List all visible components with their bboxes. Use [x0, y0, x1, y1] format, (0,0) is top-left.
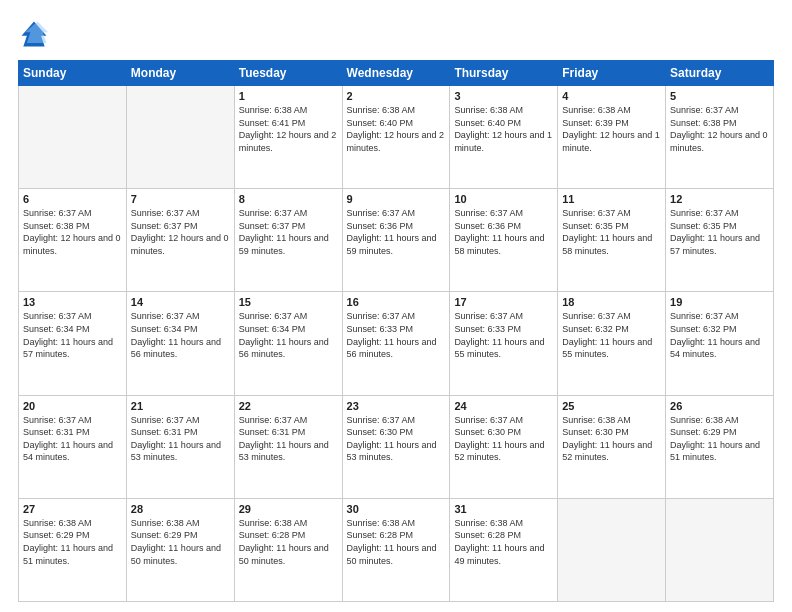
calendar-day-cell: 14Sunrise: 6:37 AM Sunset: 6:34 PM Dayli… [126, 292, 234, 395]
day-number: 21 [131, 400, 230, 412]
calendar-day-cell: 31Sunrise: 6:38 AM Sunset: 6:28 PM Dayli… [450, 498, 558, 601]
calendar-day-cell: 11Sunrise: 6:37 AM Sunset: 6:35 PM Dayli… [558, 189, 666, 292]
day-detail: Sunrise: 6:37 AM Sunset: 6:30 PM Dayligh… [347, 414, 446, 464]
calendar-day-cell: 24Sunrise: 6:37 AM Sunset: 6:30 PM Dayli… [450, 395, 558, 498]
calendar-day-header: Wednesday [342, 61, 450, 86]
page: SundayMondayTuesdayWednesdayThursdayFrid… [0, 0, 792, 612]
day-detail: Sunrise: 6:37 AM Sunset: 6:31 PM Dayligh… [131, 414, 230, 464]
day-number: 27 [23, 503, 122, 515]
calendar-day-cell [666, 498, 774, 601]
calendar-day-cell: 3Sunrise: 6:38 AM Sunset: 6:40 PM Daylig… [450, 86, 558, 189]
calendar-day-cell: 12Sunrise: 6:37 AM Sunset: 6:35 PM Dayli… [666, 189, 774, 292]
calendar-week-row: 6Sunrise: 6:37 AM Sunset: 6:38 PM Daylig… [19, 189, 774, 292]
day-number: 31 [454, 503, 553, 515]
calendar-day-cell [126, 86, 234, 189]
day-detail: Sunrise: 6:37 AM Sunset: 6:33 PM Dayligh… [454, 310, 553, 360]
day-number: 9 [347, 193, 446, 205]
header [18, 18, 774, 50]
calendar-day-cell: 6Sunrise: 6:37 AM Sunset: 6:38 PM Daylig… [19, 189, 127, 292]
day-number: 11 [562, 193, 661, 205]
calendar-day-cell: 1Sunrise: 6:38 AM Sunset: 6:41 PM Daylig… [234, 86, 342, 189]
calendar-table: SundayMondayTuesdayWednesdayThursdayFrid… [18, 60, 774, 602]
calendar-day-header: Tuesday [234, 61, 342, 86]
day-detail: Sunrise: 6:38 AM Sunset: 6:28 PM Dayligh… [454, 517, 553, 567]
calendar-day-header: Sunday [19, 61, 127, 86]
day-detail: Sunrise: 6:37 AM Sunset: 6:32 PM Dayligh… [562, 310, 661, 360]
day-detail: Sunrise: 6:37 AM Sunset: 6:36 PM Dayligh… [347, 207, 446, 257]
day-number: 26 [670, 400, 769, 412]
day-detail: Sunrise: 6:37 AM Sunset: 6:36 PM Dayligh… [454, 207, 553, 257]
day-number: 22 [239, 400, 338, 412]
day-number: 20 [23, 400, 122, 412]
calendar-day-cell: 21Sunrise: 6:37 AM Sunset: 6:31 PM Dayli… [126, 395, 234, 498]
day-number: 5 [670, 90, 769, 102]
calendar-day-cell: 26Sunrise: 6:38 AM Sunset: 6:29 PM Dayli… [666, 395, 774, 498]
calendar-day-cell: 2Sunrise: 6:38 AM Sunset: 6:40 PM Daylig… [342, 86, 450, 189]
calendar-day-cell: 4Sunrise: 6:38 AM Sunset: 6:39 PM Daylig… [558, 86, 666, 189]
day-number: 2 [347, 90, 446, 102]
calendar-week-row: 20Sunrise: 6:37 AM Sunset: 6:31 PM Dayli… [19, 395, 774, 498]
calendar-week-row: 27Sunrise: 6:38 AM Sunset: 6:29 PM Dayli… [19, 498, 774, 601]
day-number: 6 [23, 193, 122, 205]
day-detail: Sunrise: 6:37 AM Sunset: 6:35 PM Dayligh… [670, 207, 769, 257]
day-number: 4 [562, 90, 661, 102]
day-detail: Sunrise: 6:37 AM Sunset: 6:35 PM Dayligh… [562, 207, 661, 257]
calendar-day-cell: 20Sunrise: 6:37 AM Sunset: 6:31 PM Dayli… [19, 395, 127, 498]
calendar-day-cell: 28Sunrise: 6:38 AM Sunset: 6:29 PM Dayli… [126, 498, 234, 601]
calendar-day-header: Friday [558, 61, 666, 86]
logo-icon [18, 18, 50, 50]
calendar-day-cell: 22Sunrise: 6:37 AM Sunset: 6:31 PM Dayli… [234, 395, 342, 498]
day-number: 24 [454, 400, 553, 412]
day-number: 3 [454, 90, 553, 102]
calendar-day-cell: 18Sunrise: 6:37 AM Sunset: 6:32 PM Dayli… [558, 292, 666, 395]
calendar-day-cell: 19Sunrise: 6:37 AM Sunset: 6:32 PM Dayli… [666, 292, 774, 395]
day-number: 23 [347, 400, 446, 412]
day-detail: Sunrise: 6:37 AM Sunset: 6:31 PM Dayligh… [239, 414, 338, 464]
calendar-day-cell: 5Sunrise: 6:37 AM Sunset: 6:38 PM Daylig… [666, 86, 774, 189]
calendar-day-cell: 15Sunrise: 6:37 AM Sunset: 6:34 PM Dayli… [234, 292, 342, 395]
day-detail: Sunrise: 6:37 AM Sunset: 6:34 PM Dayligh… [23, 310, 122, 360]
day-number: 13 [23, 296, 122, 308]
day-detail: Sunrise: 6:38 AM Sunset: 6:40 PM Dayligh… [454, 104, 553, 154]
day-number: 7 [131, 193, 230, 205]
calendar-day-cell: 23Sunrise: 6:37 AM Sunset: 6:30 PM Dayli… [342, 395, 450, 498]
day-number: 18 [562, 296, 661, 308]
day-detail: Sunrise: 6:37 AM Sunset: 6:38 PM Dayligh… [670, 104, 769, 154]
svg-marker-1 [25, 22, 48, 43]
calendar-day-header: Thursday [450, 61, 558, 86]
calendar-day-cell: 10Sunrise: 6:37 AM Sunset: 6:36 PM Dayli… [450, 189, 558, 292]
calendar-day-cell: 9Sunrise: 6:37 AM Sunset: 6:36 PM Daylig… [342, 189, 450, 292]
day-number: 1 [239, 90, 338, 102]
day-number: 15 [239, 296, 338, 308]
day-detail: Sunrise: 6:37 AM Sunset: 6:32 PM Dayligh… [670, 310, 769, 360]
day-number: 19 [670, 296, 769, 308]
calendar-day-header: Monday [126, 61, 234, 86]
day-number: 12 [670, 193, 769, 205]
day-detail: Sunrise: 6:37 AM Sunset: 6:31 PM Dayligh… [23, 414, 122, 464]
day-detail: Sunrise: 6:38 AM Sunset: 6:40 PM Dayligh… [347, 104, 446, 154]
day-detail: Sunrise: 6:38 AM Sunset: 6:30 PM Dayligh… [562, 414, 661, 464]
day-number: 25 [562, 400, 661, 412]
calendar-day-cell: 27Sunrise: 6:38 AM Sunset: 6:29 PM Dayli… [19, 498, 127, 601]
calendar-day-cell: 25Sunrise: 6:38 AM Sunset: 6:30 PM Dayli… [558, 395, 666, 498]
calendar-week-row: 1Sunrise: 6:38 AM Sunset: 6:41 PM Daylig… [19, 86, 774, 189]
calendar-day-cell: 17Sunrise: 6:37 AM Sunset: 6:33 PM Dayli… [450, 292, 558, 395]
day-detail: Sunrise: 6:38 AM Sunset: 6:39 PM Dayligh… [562, 104, 661, 154]
day-detail: Sunrise: 6:37 AM Sunset: 6:38 PM Dayligh… [23, 207, 122, 257]
day-detail: Sunrise: 6:37 AM Sunset: 6:34 PM Dayligh… [239, 310, 338, 360]
calendar-header-row: SundayMondayTuesdayWednesdayThursdayFrid… [19, 61, 774, 86]
day-detail: Sunrise: 6:37 AM Sunset: 6:34 PM Dayligh… [131, 310, 230, 360]
calendar-day-cell: 16Sunrise: 6:37 AM Sunset: 6:33 PM Dayli… [342, 292, 450, 395]
calendar-day-cell [19, 86, 127, 189]
day-detail: Sunrise: 6:37 AM Sunset: 6:37 PM Dayligh… [131, 207, 230, 257]
day-number: 17 [454, 296, 553, 308]
day-number: 30 [347, 503, 446, 515]
day-number: 28 [131, 503, 230, 515]
day-detail: Sunrise: 6:37 AM Sunset: 6:37 PM Dayligh… [239, 207, 338, 257]
day-detail: Sunrise: 6:38 AM Sunset: 6:28 PM Dayligh… [347, 517, 446, 567]
calendar-day-cell: 7Sunrise: 6:37 AM Sunset: 6:37 PM Daylig… [126, 189, 234, 292]
day-detail: Sunrise: 6:38 AM Sunset: 6:29 PM Dayligh… [23, 517, 122, 567]
day-number: 8 [239, 193, 338, 205]
day-number: 16 [347, 296, 446, 308]
logo [18, 18, 54, 50]
